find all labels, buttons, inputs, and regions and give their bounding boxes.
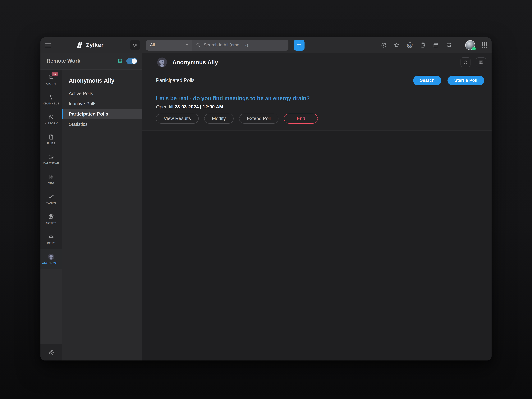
team-header: Remote Work [40, 53, 142, 70]
recent-history-icon[interactable] [380, 42, 387, 48]
bot-icon [48, 234, 54, 240]
online-status-dot [472, 47, 476, 50]
svg-text:?: ? [161, 60, 163, 63]
plus-icon: + [297, 41, 301, 49]
sidebar-item-participated-polls[interactable]: Participated Polls [62, 109, 142, 119]
sidebar-item-inactive-polls[interactable]: Inactive Polls [62, 99, 142, 109]
clipboard-clock-icon[interactable] [419, 42, 426, 48]
end-poll-button[interactable]: End [284, 114, 318, 124]
page-title: Anonymous Ally [172, 59, 218, 65]
calendar-icon[interactable] [432, 42, 439, 48]
section-actions: Search Start a Poll [413, 76, 484, 85]
poll-actions: View Results Modify Extend Poll End [156, 114, 484, 124]
empty-area [142, 131, 492, 361]
search-scope-dropdown[interactable]: All ▾ [146, 40, 192, 51]
sidebar-item-history[interactable]: HISTORY [40, 109, 62, 129]
settings-gear-icon[interactable] [48, 349, 55, 356]
app-rail: 10 CHATS # CHANNELS [40, 70, 62, 361]
rail-settings-area [40, 344, 62, 361]
sidebar-item-calendar[interactable]: CALENDAR [40, 149, 62, 169]
sidebar-item-statistics[interactable]: Statistics [62, 119, 142, 129]
sidebar-item-org[interactable]: ORG [40, 169, 62, 189]
section-title: Participated Polls [156, 77, 195, 83]
svg-text:?: ? [51, 255, 51, 257]
comment-icon [478, 59, 484, 65]
app-window: Zylker All ▾ + [40, 38, 492, 361]
sidebar-item-notes[interactable]: NOTES [40, 209, 62, 229]
sidebar-item-channels[interactable]: # CHANNELS [40, 89, 62, 109]
poll-list-item: Let's be real - do you find meetings to … [142, 89, 492, 131]
poll-question-link[interactable]: Let's be real - do you find meetings to … [156, 95, 484, 102]
search-scope-value: All [150, 43, 155, 48]
comment-button[interactable] [476, 57, 486, 67]
brand-name: Zylker [86, 42, 103, 48]
extend-poll-button[interactable]: Extend Poll [239, 114, 279, 124]
top-right-actions: @ [380, 40, 487, 50]
refresh-button[interactable] [461, 57, 470, 67]
unread-count-badge: 10 [52, 72, 58, 76]
robot-avatar-icon: ? [48, 253, 54, 260]
apps-grid-icon[interactable] [481, 42, 487, 48]
poll-open-till-value: 23-03-2024 | 12:00 AM [175, 104, 223, 109]
top-bar: Zylker All ▾ + [40, 38, 492, 53]
search-input[interactable] [203, 42, 285, 48]
app-sidebar: Anonymous Ally Active Polls Inactive Pol… [62, 70, 142, 361]
hamburger-menu-icon[interactable] [45, 43, 51, 47]
calendar-icon [48, 154, 54, 160]
search-polls-button[interactable]: Search [413, 76, 441, 85]
divider [459, 41, 459, 49]
main-header: ? Anonymous Ally [142, 53, 492, 72]
team-name: Remote Work [47, 58, 80, 64]
view-results-button[interactable]: View Results [156, 114, 199, 124]
add-button[interactable]: + [294, 40, 304, 51]
robot-avatar-icon: ? [157, 57, 167, 67]
chevron-down-icon: ▾ [186, 43, 188, 47]
refresh-icon [463, 59, 468, 65]
notes-icon [48, 214, 54, 220]
sidebar-item-bots[interactable]: BOTS [40, 229, 62, 249]
hash-icon: # [49, 94, 53, 101]
file-icon [48, 134, 54, 140]
mentions-at-icon[interactable]: @ [406, 42, 413, 48]
sidebar-item-active-polls[interactable]: Active Polls [62, 89, 142, 99]
history-icon [48, 114, 54, 120]
header-actions [461, 57, 486, 67]
section-header: Participated Polls Search Start a Poll [142, 72, 492, 89]
panel-body: 10 CHATS # CHANNELS [40, 70, 142, 361]
pinned-apps-section: ? ANONYMO... [40, 249, 62, 344]
desktop-background: Zylker All ▾ + [0, 0, 532, 399]
star-icon[interactable] [393, 42, 400, 48]
search-field [192, 40, 288, 51]
sidebar-item-files[interactable]: FILES [40, 129, 62, 149]
double-check-icon [48, 194, 54, 200]
sidebar-item-tasks[interactable]: TASKS [40, 189, 62, 209]
device-laptop-icon [117, 58, 123, 64]
poll-open-till: Open till 23-03-2024 | 12:00 AM [156, 104, 484, 110]
sidebar-item-chats[interactable]: 10 CHATS [40, 70, 62, 89]
sidebar-title: Anonymous Ally [62, 74, 142, 89]
start-a-poll-button[interactable]: Start a Poll [448, 76, 484, 85]
sidebar-item-anonymous-ally[interactable]: ? ANONYMO... [40, 249, 62, 269]
window-body: Remote Work [40, 53, 492, 361]
left-panel: Remote Work [40, 53, 142, 361]
brand: Zylker [76, 42, 103, 49]
org-building-icon [48, 174, 54, 180]
main-content: ? Anonymous Ally [142, 53, 492, 361]
availability-toggle[interactable] [126, 58, 137, 64]
speaker-icon[interactable] [130, 40, 140, 50]
modify-button[interactable]: Modify [204, 114, 234, 124]
search-icon [196, 43, 201, 48]
zylker-logo-icon [76, 42, 83, 49]
toggle-knob [132, 58, 137, 63]
global-search: All ▾ + [146, 40, 304, 51]
user-avatar[interactable] [465, 40, 475, 50]
marketplace-store-icon[interactable] [446, 42, 452, 48]
